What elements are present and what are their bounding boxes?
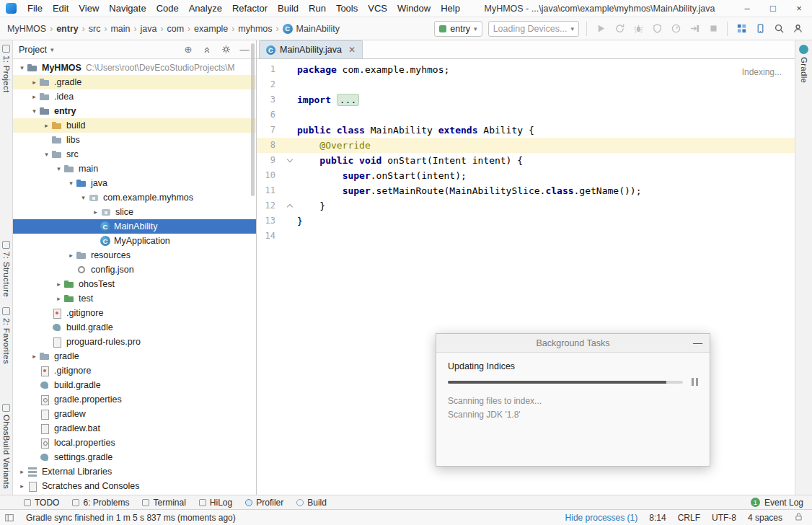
run-configuration-combo[interactable]: entry ▾ (434, 21, 482, 37)
folded-region[interactable]: ... (337, 94, 359, 106)
collapse-all-icon[interactable] (201, 44, 213, 56)
lock-icon[interactable] (794, 512, 803, 524)
menu-tools[interactable]: Tools (331, 0, 363, 17)
tool-strip-button-gradle[interactable]: Gradle (799, 45, 808, 83)
tree-item-com-example-myhmos[interactable]: ▾com.example.myhmos (13, 190, 256, 205)
tree-item-build[interactable]: ▸build (13, 118, 256, 133)
code-line-11[interactable]: 11 super.setMainRoute(MainAbilitySlice.c… (257, 183, 795, 198)
fold-marker-icon[interactable] (287, 156, 293, 162)
tool-window-button-build[interactable]: Build (290, 495, 333, 509)
chevron-collapsed-icon[interactable]: ▸ (30, 79, 39, 86)
fold-marker-icon[interactable] (287, 204, 293, 210)
code-line-1[interactable]: 1package com.example.myhmos; (257, 62, 795, 77)
tool-strip-button-ohosbuild-variants[interactable]: OhosBuild Variants (2, 404, 11, 489)
chevron-expanded-icon[interactable]: ▾ (30, 107, 39, 115)
code-line-3[interactable]: 3import ... (257, 92, 795, 107)
tree-item-build-gradle[interactable]: build.gradle (13, 378, 256, 392)
profiler-button[interactable] (667, 20, 684, 38)
menu-view[interactable]: View (74, 0, 104, 17)
chevron-collapsed-icon[interactable]: ▸ (91, 208, 100, 216)
project-structure-button[interactable] (733, 20, 750, 38)
chevron-expanded-icon[interactable]: ▾ (79, 194, 88, 201)
chevron-collapsed-icon[interactable]: ▸ (54, 281, 63, 288)
tool-window-button-todo[interactable]: TODO (17, 495, 66, 509)
tree-item-gradlew[interactable]: gradlew (13, 407, 256, 421)
chevron-collapsed-icon[interactable]: ▸ (54, 295, 63, 302)
pause-icon[interactable] (692, 378, 698, 386)
chevron-expanded-icon[interactable]: ▾ (66, 180, 76, 187)
stop-button[interactable] (705, 20, 722, 38)
tree-item-test[interactable]: ▸test (13, 291, 256, 306)
device-selector-combo[interactable]: Loading Devices... ▾ (488, 21, 579, 37)
tree-item-mainability[interactable]: CMainAbility (13, 219, 256, 234)
menu-help[interactable]: Help (436, 0, 465, 17)
menu-code[interactable]: Code (151, 0, 184, 17)
tree-item-settings-gradle[interactable]: settings.gradle (13, 450, 256, 464)
breadcrumb-item-java[interactable]: java (141, 24, 157, 34)
code-line-14[interactable]: 14 (257, 229, 795, 244)
tool-strip-button-2-favorites[interactable]: 2: Favorites (2, 307, 11, 364)
tree-item-gradlew-bat[interactable]: gradlew.bat (13, 421, 256, 436)
tree-item-java[interactable]: ▾java (13, 176, 256, 190)
tool-window-button-6-problems[interactable]: 6: Problems (66, 495, 136, 509)
minimize-button[interactable]: – (734, 0, 760, 17)
chevron-expanded-icon[interactable]: ▾ (17, 64, 27, 71)
code-line-8[interactable]: 8 @Override (257, 138, 795, 153)
tree-item-ohostest[interactable]: ▸ohosTest (13, 277, 256, 291)
breadcrumb-item-myhmos[interactable]: myhmos (238, 24, 272, 34)
tree-scrollbar[interactable] (251, 43, 255, 196)
tree-item-external-libraries[interactable]: ▸External Libraries (13, 464, 256, 479)
minimize-dialog-icon[interactable]: — (693, 334, 702, 352)
breadcrumb-item-mainability[interactable]: CMainAbility (283, 24, 340, 34)
menu-run[interactable]: Run (304, 0, 331, 17)
menu-analyze[interactable]: Analyze (184, 0, 227, 17)
breadcrumb-item-example[interactable]: example (194, 24, 228, 34)
tool-window-button-profiler[interactable]: Profiler (239, 495, 290, 509)
tool-window-switcher-icon[interactable] (4, 513, 14, 523)
restart-app-button[interactable] (611, 20, 628, 38)
tree-item-gradle-properties[interactable]: gradle.properties (13, 392, 256, 407)
chevron-expanded-icon[interactable]: ▾ (42, 151, 51, 158)
code-line-13[interactable]: 13} (257, 213, 795, 229)
code-line-2[interactable]: 2 (257, 77, 795, 92)
tree-item-resources[interactable]: ▸resources (13, 248, 256, 262)
code-line-7[interactable]: 7public class MainAbility extends Abilit… (257, 123, 795, 138)
run-button[interactable] (592, 20, 609, 38)
tree-item-main[interactable]: ▾main (13, 162, 256, 176)
encoding-indicator[interactable]: UTF-8 (712, 513, 736, 523)
tree-item-libs[interactable]: libs (13, 133, 256, 147)
breadcrumb-item-myhmos[interactable]: MyHMOS (7, 24, 46, 34)
tree-item-gitignore[interactable]: .gitignore (13, 306, 256, 320)
chevron-collapsed-icon[interactable]: ▸ (17, 468, 27, 475)
breadcrumb-item-main[interactable]: main (110, 24, 130, 34)
search-everywhere-button[interactable] (770, 20, 787, 38)
tree-item-entry[interactable]: ▾entry (13, 104, 256, 118)
run-with-coverage-button[interactable] (648, 20, 666, 38)
code-line-12[interactable]: 12 } (257, 198, 795, 213)
chevron-expanded-icon[interactable]: ▾ (54, 165, 63, 172)
tool-strip-button-1-project[interactable]: 1: Project (2, 45, 11, 93)
tree-item-gradle[interactable]: ▸.gradle (13, 75, 256, 89)
chevron-collapsed-icon[interactable]: ▸ (17, 482, 27, 490)
tree-item-local-properties[interactable]: local.properties (13, 436, 256, 450)
attach-debugger-button[interactable] (686, 20, 703, 38)
tree-item-build-gradle[interactable]: build.gradle (13, 320, 256, 335)
breadcrumb-item-src[interactable]: src (89, 24, 101, 34)
project-panel-title[interactable]: Project (19, 45, 47, 55)
tree-item-proguard-rules-pro[interactable]: proguard-rules.pro (13, 335, 256, 349)
tree-item-src[interactable]: ▾src (13, 147, 256, 162)
tree-item-idea[interactable]: ▸.idea (13, 89, 256, 104)
code-line-6[interactable]: 6 (257, 107, 795, 123)
device-manager-button[interactable] (751, 20, 769, 38)
hide-processes-link[interactable]: Hide processes (1) (565, 513, 638, 523)
menu-edit[interactable]: Edit (48, 0, 74, 17)
menu-file[interactable]: File (22, 0, 48, 17)
settings-gear-icon[interactable] (220, 44, 231, 56)
line-ending-indicator[interactable]: CRLF (678, 513, 700, 523)
caret-position[interactable]: 8:14 (649, 513, 666, 523)
account-button[interactable] (789, 20, 806, 38)
event-log-button[interactable]: 1 Event Log (751, 495, 812, 509)
close-button[interactable]: × (786, 0, 812, 17)
menu-build[interactable]: Build (273, 0, 304, 17)
code-line-10[interactable]: 10 super.onStart(intent); (257, 168, 795, 183)
